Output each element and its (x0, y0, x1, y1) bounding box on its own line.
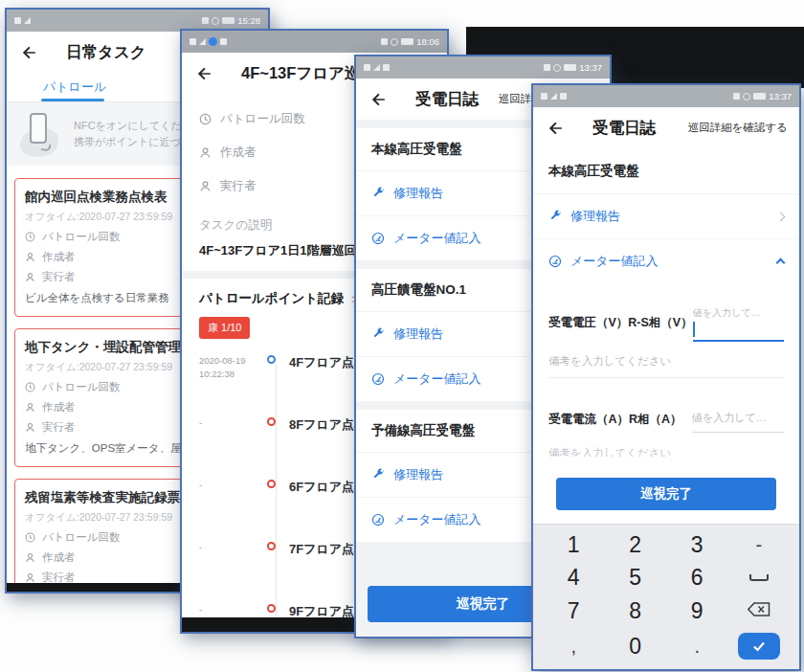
patrol-count-label: パトロール回数 (220, 111, 305, 127)
timeline-date: - (199, 542, 202, 552)
gauge-icon (371, 232, 385, 245)
status-time: 18:06 (416, 36, 439, 47)
clock-icon (25, 382, 35, 392)
clock-icon (199, 113, 212, 125)
gauge-icon (548, 255, 562, 268)
key-8[interactable]: 8 (629, 600, 641, 622)
phone-nfc-icon (20, 111, 62, 157)
phone-screen-meter-entry: 13:37 受電日誌 巡回詳細を確認する 本線高圧受電盤 修理報告 メーター値記… (531, 83, 801, 671)
voltage-field-label: 受電電圧（V）R-S相（V） (548, 302, 693, 331)
meter-entry-label: メーター値記入 (393, 511, 481, 528)
sim-icon (220, 38, 227, 45)
repair-report-label: 修理報告 (393, 325, 443, 343)
timeline-date: 2020-08-19 (199, 355, 246, 366)
key-7[interactable]: 7 (568, 600, 580, 622)
signal-icon (24, 17, 31, 24)
sim-icon (202, 17, 209, 24)
notification-icon (190, 38, 196, 45)
key-minus[interactable]: - (755, 535, 762, 554)
person-icon (25, 252, 35, 262)
repair-report-item[interactable]: 修理報告 (533, 194, 799, 239)
wrench-icon (371, 187, 385, 200)
sim-icon (560, 93, 567, 100)
key-confirm-icon[interactable] (738, 633, 780, 660)
wifi-icon (381, 38, 388, 45)
app-header: 受電日誌 巡回詳細を確認する (533, 107, 799, 148)
current-input[interactable]: 値を入力して… (692, 399, 784, 433)
wifi-icon (544, 64, 550, 71)
meter-entry-label: メーター値記入 (393, 230, 481, 247)
tab-active-underline (41, 99, 104, 101)
signal-icon (373, 64, 380, 71)
chevron-up-icon (776, 258, 786, 268)
person-icon (199, 146, 212, 159)
signal-icon (550, 93, 557, 100)
patrol-detail-link[interactable]: 巡回詳細を確認する (688, 121, 788, 135)
sim-icon (383, 64, 390, 71)
voltage-note-input[interactable]: 備考を入力してください (548, 354, 784, 378)
task-meta-label: 実行者 (42, 420, 76, 435)
alarm-icon (553, 64, 561, 72)
key-5[interactable]: 5 (629, 567, 641, 589)
timeline-dot-pending (267, 417, 276, 426)
chevron-right-icon (776, 212, 786, 221)
meter-entry-item-expanded[interactable]: メーター値記入 (533, 239, 799, 283)
timeline-clock: 10:22:38 (199, 369, 234, 379)
key-period[interactable]: . (694, 637, 700, 656)
gauge-icon (371, 513, 385, 526)
signal-icon (199, 38, 206, 45)
status-bar: 18:06 (182, 31, 447, 53)
repair-report-label: 修理報告 (393, 466, 443, 483)
status-time: 13:37 (579, 62, 602, 73)
task-meta-label: 作成者 (42, 550, 76, 565)
back-arrow-icon[interactable] (547, 119, 566, 138)
key-backspace-icon[interactable] (748, 601, 770, 621)
clock-icon (25, 532, 35, 543)
key-4[interactable]: 4 (568, 567, 580, 589)
current-note-input-clipped[interactable]: 備考を入力してください (548, 446, 784, 457)
key-space-icon[interactable] (749, 574, 769, 581)
back-arrow-icon[interactable] (195, 64, 214, 83)
executor-label: 実行者 (220, 178, 257, 194)
tab-patrol[interactable]: パトロール (43, 78, 106, 96)
person-icon (199, 180, 212, 192)
back-arrow-icon[interactable] (369, 90, 389, 109)
key-comma[interactable]: , (570, 637, 576, 656)
person-icon (25, 272, 35, 282)
timeline-dot-done (267, 355, 276, 364)
repair-report-label: 修理報告 (393, 185, 443, 202)
voltage-input[interactable]: 値を入力して… (693, 302, 784, 342)
status-bar: 13:37 (356, 56, 610, 78)
meter-entry-label: メーター値記入 (570, 253, 659, 270)
key-9[interactable]: 9 (691, 600, 704, 622)
person-icon (25, 402, 35, 413)
meter-entry-label: メーター値記入 (393, 370, 481, 388)
key-2[interactable]: 2 (629, 534, 641, 556)
person-icon (25, 552, 35, 563)
battery-icon (564, 64, 576, 71)
battery-icon (753, 93, 766, 100)
text-caret (693, 322, 695, 337)
status-bar: 13:37 (533, 85, 799, 107)
page-title: 受電日誌 (592, 118, 656, 139)
progress-badge: 康 1/10 (199, 317, 250, 339)
record-section-title: パトロールポイント記録 (199, 290, 344, 307)
back-arrow-icon[interactable] (20, 43, 39, 62)
status-time: 13:37 (769, 91, 792, 101)
wrench-icon (371, 468, 385, 482)
patrol-complete-button[interactable]: 巡視完了 (556, 478, 776, 510)
voltage-input-placeholder: 値を入力して… (693, 307, 761, 318)
timeline-dot-pending (267, 480, 276, 488)
panel-title: 本線高圧受電盤 (533, 148, 799, 194)
timeline-dot-pending (267, 542, 276, 550)
key-3[interactable]: 3 (691, 534, 704, 556)
clock-icon (25, 232, 35, 242)
task-meta-label: 作成者 (42, 250, 76, 264)
key-0[interactable]: 0 (629, 636, 641, 658)
key-6[interactable]: 6 (691, 567, 704, 589)
page-title: 日常タスク (66, 42, 146, 63)
task-meta-label: パトロール回数 (42, 380, 121, 394)
timeline-date: - (199, 480, 202, 490)
key-1[interactable]: 1 (568, 534, 580, 556)
repair-report-label: 修理報告 (570, 208, 620, 225)
